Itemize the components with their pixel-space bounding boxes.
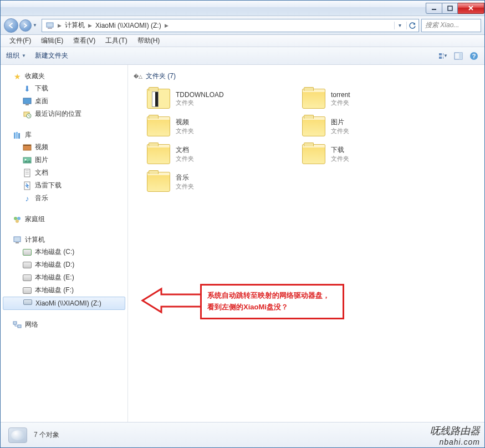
folder-item[interactable]: 音乐 文件夹: [145, 170, 289, 194]
sidebar-item-drive-d[interactable]: 本地磁盘 (D:): [1, 258, 127, 271]
view-options-button[interactable]: ▼: [438, 51, 448, 61]
menu-file[interactable]: 文件(F): [5, 35, 35, 47]
menu-edit[interactable]: 编辑(E): [37, 35, 68, 47]
chevron-down-icon: ▼: [22, 53, 26, 58]
folder-type: 文件夹: [331, 99, 350, 107]
new-folder-button[interactable]: 新建文件夹: [35, 51, 68, 60]
search-placeholder: 搜索 Xiao...: [425, 21, 459, 30]
back-button[interactable]: [4, 18, 18, 33]
preview-pane-button[interactable]: [453, 51, 463, 61]
folder-item[interactable]: TDDOWNLOAD 文件夹: [145, 86, 289, 111]
sidebar-item-xunlei[interactable]: 迅雷下载: [1, 179, 127, 192]
network-icon: [13, 320, 22, 329]
folder-type: 文件夹: [331, 127, 349, 135]
organize-button[interactable]: 组织▼: [6, 51, 26, 60]
documents-lib-icon: [23, 169, 32, 177]
drive-status-icon: [8, 427, 27, 443]
folder-name: torrent: [331, 91, 350, 99]
library-icon: [13, 131, 22, 140]
svg-rect-13: [25, 104, 29, 105]
address-bar[interactable]: ▶ 计算机 ▶ XiaoMi (\\XIAOMI) (Z:) ▶ ▾: [42, 19, 419, 32]
sidebar-item-videos[interactable]: 视频: [1, 141, 127, 154]
folder-name: 视频: [176, 118, 194, 127]
hdd-icon: [23, 261, 32, 269]
svg-rect-31: [14, 237, 21, 242]
forward-button[interactable]: [19, 19, 32, 32]
sidebar-item-drive-c[interactable]: 本地磁盘 (C:): [1, 246, 127, 258]
folder-name: 图片: [331, 118, 349, 127]
breadcrumb-path[interactable]: XiaoMi (\\XIAOMI) (Z:): [93, 22, 164, 29]
folder-type: 文件夹: [176, 182, 194, 191]
sidebar-item-pictures[interactable]: 图片: [1, 154, 127, 166]
folder-item[interactable]: 图片 文件夹: [300, 114, 444, 139]
folder-group-header[interactable]: �△ 文件夹 (7): [134, 69, 479, 83]
star-icon: ★: [13, 72, 22, 81]
sidebar-item-recent[interactable]: 最近访问的位置: [1, 108, 127, 120]
help-button[interactable]: ?: [469, 51, 479, 61]
menu-tools[interactable]: 工具(T): [101, 35, 131, 47]
svg-rect-20: [23, 145, 31, 146]
folder-icon: [147, 89, 170, 109]
menu-view[interactable]: 查看(V): [69, 35, 100, 47]
svg-rect-1: [448, 6, 452, 11]
folder-name: TDDOWNLOAD: [176, 91, 224, 99]
folder-icon: [302, 116, 325, 136]
favorites-header[interactable]: ★ 收藏夹: [1, 70, 127, 82]
svg-rect-23: [24, 169, 30, 177]
folder-item[interactable]: 下载 文件夹: [300, 142, 444, 166]
computer-group: 计算机 本地磁盘 (C:) 本地磁盘 (D:) 本地磁盘 (E:) 本地磁盘 (…: [1, 234, 127, 310]
address-row: ▼ ▶ 计算机 ▶ XiaoMi (\\XIAOMI) (Z:) ▶ ▾ 搜索 …: [1, 16, 484, 35]
status-count: 7 个对象: [34, 430, 59, 440]
collapse-icon: �△: [134, 74, 142, 79]
close-button[interactable]: [458, 3, 484, 14]
svg-rect-12: [23, 98, 31, 104]
hdd-icon: [23, 248, 32, 257]
sidebar-item-documents[interactable]: 文档: [1, 166, 127, 179]
svg-point-29: [17, 217, 21, 220]
titlebar: [1, 1, 484, 16]
maximize-button[interactable]: [442, 3, 458, 14]
sidebar-item-music[interactable]: ♪ 音乐: [1, 192, 127, 205]
sidebar-item-drive-f[interactable]: 本地磁盘 (F:): [1, 284, 127, 297]
chevron-right-icon[interactable]: ▶: [164, 23, 170, 28]
pictures-lib-icon: [23, 156, 32, 165]
minimize-button[interactable]: [426, 3, 442, 14]
sidebar-item-downloads[interactable]: ⬇ 下载: [1, 82, 127, 95]
svg-rect-16: [14, 133, 16, 139]
svg-rect-34: [18, 325, 21, 328]
computer-icon[interactable]: [43, 21, 57, 30]
nav-history-dropdown[interactable]: ▼: [33, 23, 39, 28]
folder-icon: [147, 172, 170, 192]
computer-header[interactable]: 计算机: [1, 234, 127, 246]
folder-type: 文件夹: [176, 127, 194, 135]
network-header[interactable]: 网络: [1, 319, 127, 330]
libraries-group: 库 视频 图片 文档: [1, 129, 127, 205]
folder-item[interactable]: torrent 文件夹: [300, 86, 444, 111]
homegroup-header[interactable]: 家庭组: [1, 213, 127, 225]
libraries-header[interactable]: 库: [1, 129, 127, 141]
folder-item[interactable]: 文档 文件夹: [145, 142, 289, 166]
download-icon: ⬇: [23, 84, 32, 93]
music-lib-icon: ♪: [23, 194, 32, 203]
refresh-button[interactable]: [406, 22, 417, 29]
menu-help[interactable]: 帮助(H): [133, 35, 165, 47]
network-group: 网络: [1, 319, 127, 330]
search-input[interactable]: 搜索 Xiao...: [421, 19, 481, 32]
folder-type: 文件夹: [176, 99, 224, 107]
main-area: ★ 收藏夹 ⬇ 下载 桌面 最近访问的位置: [1, 65, 484, 422]
sidebar-item-drive-e[interactable]: 本地磁盘 (E:): [1, 271, 127, 284]
folder-icon: [147, 116, 170, 136]
address-dropdown[interactable]: ▾: [394, 22, 405, 29]
svg-rect-32: [16, 242, 19, 243]
svg-rect-9: [459, 53, 462, 59]
breadcrumb-computer[interactable]: 计算机: [63, 21, 87, 30]
folder-item[interactable]: 视频 文件夹: [145, 114, 289, 139]
sidebar-item-desktop[interactable]: 桌面: [1, 95, 127, 108]
chevron-right-icon[interactable]: ▶: [57, 23, 63, 28]
files-grid: TDDOWNLOAD 文件夹 torrent 文件夹 视频 文件夹 图片 文件夹…: [134, 83, 444, 194]
svg-rect-33: [13, 322, 17, 324]
chevron-right-icon[interactable]: ▶: [87, 23, 93, 28]
watermark: 呒线路由器 nbahi.com: [430, 424, 480, 446]
folder-icon: [302, 144, 325, 164]
sidebar-item-netdrive-z[interactable]: XiaoMi (\\XIAOMI) (Z:): [3, 297, 125, 310]
